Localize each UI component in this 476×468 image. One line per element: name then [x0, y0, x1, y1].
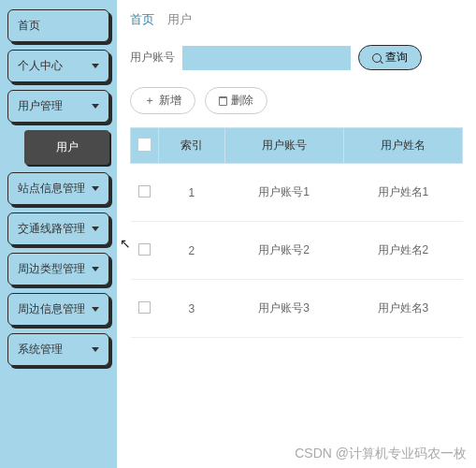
header-account: 用户账号: [224, 128, 343, 164]
table-row: 2 用户账号2 用户姓名2: [131, 222, 463, 280]
nav-home[interactable]: 首页: [7, 9, 109, 42]
chevron-down-icon: [92, 267, 99, 271]
chevron-down-icon: [92, 64, 99, 68]
cell-index: 3: [159, 280, 225, 338]
table-header-row: 索引 用户账号 用户姓名: [131, 128, 463, 164]
breadcrumb-root[interactable]: 首页: [130, 11, 154, 28]
cell-name: 用户姓名1: [343, 164, 462, 222]
filter-row: 用户账号 查询: [130, 45, 463, 70]
cell-account: 用户账号3: [224, 280, 343, 338]
add-label: 新增: [159, 93, 181, 109]
search-button[interactable]: 查询: [358, 45, 422, 70]
main-content: 首页 用户 用户账号 查询 ＋新增 删除 索引 用户账号 用户姓名: [117, 0, 476, 468]
nav-around-info[interactable]: 周边信息管理: [7, 293, 109, 326]
nav-profile[interactable]: 个人中心: [7, 50, 109, 82]
cell-index: 1: [159, 164, 225, 222]
delete-button[interactable]: 删除: [205, 87, 267, 114]
nav-system[interactable]: 系统管理: [7, 333, 109, 366]
add-button[interactable]: ＋新增: [130, 87, 195, 114]
nav-user[interactable]: 用户: [24, 130, 109, 165]
filter-label: 用户账号: [130, 50, 175, 66]
nav-label: 站点信息管理: [18, 181, 85, 197]
row-checkbox[interactable]: [138, 301, 151, 314]
nav-label: 周边类型管理: [18, 261, 85, 277]
cell-index: 2: [159, 222, 225, 280]
chevron-down-icon: [92, 104, 99, 109]
chevron-down-icon: [92, 227, 99, 231]
row-checkbox[interactable]: [138, 243, 151, 256]
breadcrumb-current: 用户: [167, 11, 192, 28]
nav-around-type[interactable]: 周边类型管理: [7, 253, 109, 285]
cell-name: 用户姓名2: [343, 222, 462, 280]
delete-label: 删除: [231, 93, 253, 109]
table-row: 1 用户账号1 用户姓名1: [131, 164, 463, 222]
nav-label: 首页: [18, 18, 40, 34]
nav-label: 周边信息管理: [18, 301, 85, 317]
checkbox-icon: [138, 139, 151, 151]
cell-account: 用户账号1: [224, 164, 343, 222]
nav-label: 个人中心: [18, 58, 63, 74]
breadcrumb: 首页 用户: [130, 11, 463, 28]
watermark: CSDN @计算机专业码农一枚: [295, 446, 467, 462]
nav-label: 用户: [56, 139, 79, 155]
header-checkbox[interactable]: [131, 128, 159, 164]
nav-traffic[interactable]: 交通线路管理: [7, 212, 109, 245]
cell-account: 用户账号2: [224, 222, 343, 280]
sidebar: 首页 个人中心 用户管理 用户 站点信息管理 交通线路管理 周边类型管理 周边信…: [0, 0, 117, 468]
nav-label: 用户管理: [18, 98, 63, 114]
account-input[interactable]: [182, 46, 351, 70]
nav-user-mgmt[interactable]: 用户管理: [7, 90, 109, 123]
nav-label: 系统管理: [18, 342, 63, 358]
header-name: 用户姓名: [343, 128, 462, 164]
plus-icon: ＋: [144, 93, 155, 109]
row-checkbox[interactable]: [138, 185, 151, 197]
chevron-down-icon: [92, 307, 99, 312]
table-row: 3 用户账号3 用户姓名3: [131, 280, 463, 338]
search-icon: [372, 53, 382, 63]
chevron-down-icon: [92, 347, 99, 352]
data-table: 索引 用户账号 用户姓名 1 用户账号1 用户姓名1 2 用户账号2 用户姓名2: [130, 127, 463, 338]
cell-name: 用户姓名3: [343, 280, 462, 338]
chevron-down-icon: [92, 186, 99, 191]
nav-site-info[interactable]: 站点信息管理: [7, 172, 109, 205]
trash-icon: [219, 96, 227, 106]
action-row: ＋新增 删除: [130, 87, 463, 114]
header-index: 索引: [159, 128, 225, 164]
nav-label: 交通线路管理: [18, 221, 85, 237]
search-label: 查询: [385, 50, 408, 66]
